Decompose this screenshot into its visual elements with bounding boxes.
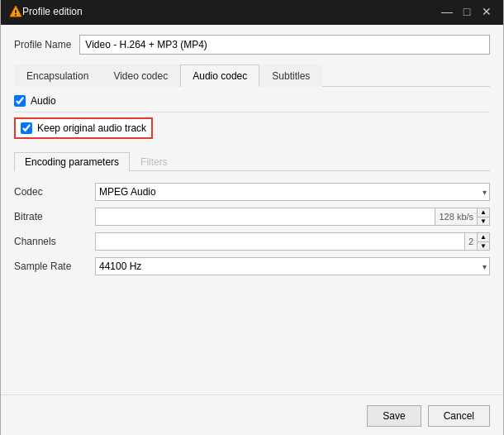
sub-tab-filters: Filters [130, 152, 178, 171]
profile-name-input[interactable] [79, 35, 490, 55]
bitrate-input[interactable] [95, 208, 435, 226]
window-content: Profile Name Encapsulation Video codec A… [1, 25, 503, 378]
bitrate-spinner: 128 kb/s ▲ ▼ [95, 208, 490, 226]
codec-select-wrap: MPEG Audio ▾ [95, 183, 490, 201]
profile-edition-window: Profile edition — □ ✕ Profile Name Encap… [0, 0, 504, 435]
channels-down-button[interactable]: ▼ [478, 241, 489, 251]
channels-spinner: 2 ▲ ▼ [95, 232, 490, 251]
save-button[interactable]: Save [367, 405, 421, 427]
maximize-button[interactable]: □ [459, 3, 475, 20]
audio-label: Audio [31, 95, 56, 107]
sample-rate-select[interactable]: 44100 Hz [95, 257, 490, 275]
svg-rect-2 [15, 14, 17, 16]
codec-select[interactable]: MPEG Audio [95, 183, 490, 201]
footer: Save Cancel [1, 394, 503, 435]
channels-unit: 2 [464, 232, 477, 251]
main-tabs: Encapsulation Video codec Audio codec Su… [14, 65, 490, 87]
channels-up-button[interactable]: ▲ [478, 233, 489, 241]
codec-label: Codec [14, 186, 88, 198]
empty-area [14, 279, 490, 361]
close-button[interactable]: ✕ [478, 3, 495, 20]
minimize-button[interactable]: — [439, 3, 455, 20]
channels-spinner-buttons: ▲ ▼ [477, 232, 490, 251]
sample-rate-label: Sample Rate [14, 261, 88, 272]
channels-label: Channels [14, 236, 88, 247]
sample-rate-select-wrap: 44100 Hz ▾ [95, 257, 490, 275]
tab-encapsulation[interactable]: Encapsulation [14, 65, 101, 87]
keep-original-checkbox[interactable] [21, 122, 32, 134]
audio-checkbox-row: Audio [14, 95, 490, 112]
bitrate-label: Bitrate [14, 211, 88, 222]
bitrate-down-button[interactable]: ▼ [478, 217, 489, 226]
profile-name-row: Profile Name [14, 35, 490, 55]
profile-name-label: Profile Name [14, 39, 71, 50]
keep-original-row: Keep original audio track [14, 117, 153, 139]
cancel-button[interactable]: Cancel [428, 405, 490, 427]
tab-audio-codec[interactable]: Audio codec [180, 65, 259, 87]
channels-input[interactable] [95, 232, 464, 251]
encoding-sub-tabs: Encoding parameters Filters [14, 152, 490, 171]
bitrate-spinner-buttons: ▲ ▼ [477, 208, 490, 226]
vlc-icon [9, 5, 22, 18]
audio-checkbox[interactable] [14, 95, 26, 107]
audio-section: Audio Keep original audio track Encoding… [14, 95, 490, 361]
tab-subtitles[interactable]: Subtitles [259, 65, 322, 87]
title-bar: Profile edition — □ ✕ [1, 0, 503, 25]
svg-rect-1 [15, 10, 17, 13]
window-title: Profile edition [22, 6, 439, 17]
bitrate-unit: 128 kb/s [435, 208, 477, 226]
window-controls: — □ ✕ [439, 3, 495, 20]
encoding-params-grid: Codec MPEG Audio ▾ Bitrate 128 kb/s ▲ ▼ [14, 179, 490, 279]
sub-tab-encoding-params[interactable]: Encoding parameters [14, 152, 130, 171]
keep-original-label: Keep original audio track [37, 122, 146, 134]
tab-video-codec[interactable]: Video codec [101, 65, 180, 87]
bitrate-up-button[interactable]: ▲ [478, 208, 489, 217]
